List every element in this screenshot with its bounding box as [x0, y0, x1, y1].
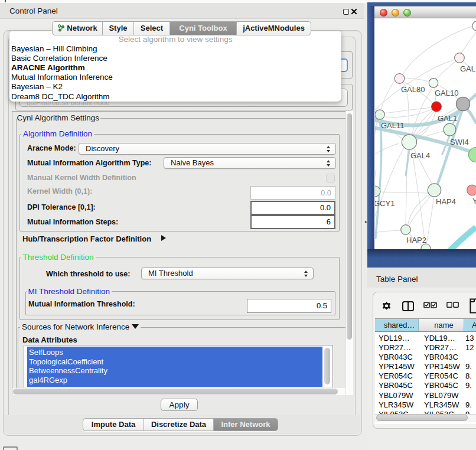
- svg-text:GCY1: GCY1: [375, 199, 395, 208]
- svg-text:GAL1: GAL1: [438, 114, 457, 123]
- svg-text:GAL: GAL: [460, 64, 475, 73]
- svg-text:Y: Y: [472, 197, 476, 206]
- svg-text:GAL10: GAL10: [435, 89, 458, 97]
- svg-text:GAL4: GAL4: [410, 151, 430, 160]
- svg-text:HAP2: HAP2: [406, 236, 426, 244]
- svg-text:GAL80: GAL80: [401, 85, 425, 94]
- svg-text:HAP4: HAP4: [436, 197, 456, 206]
- svg-text:SWI4: SWI4: [450, 138, 469, 146]
- svg-text:GAL11: GAL11: [381, 121, 405, 130]
